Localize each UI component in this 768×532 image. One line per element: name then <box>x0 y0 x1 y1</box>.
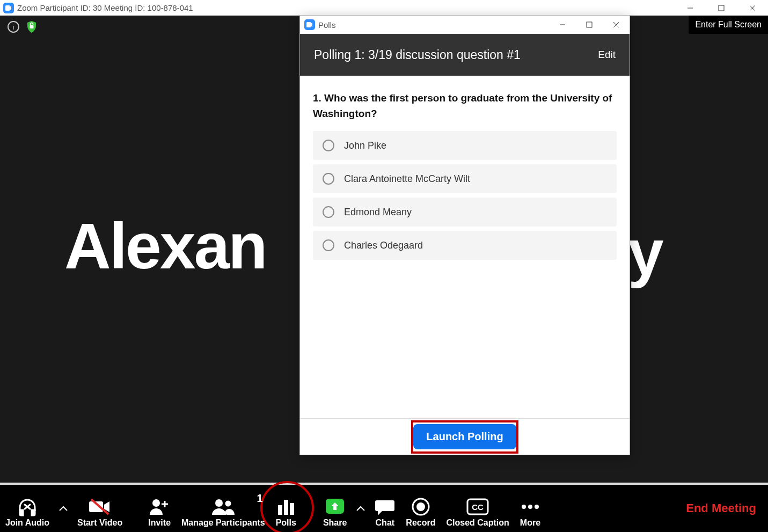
polls-window-title: Polls <box>318 20 336 30</box>
share-options-chevron[interactable] <box>352 485 369 532</box>
record-icon <box>411 495 430 518</box>
invite-label: Invite <box>148 518 171 528</box>
start-video-button[interactable]: Start Video <box>72 485 128 532</box>
polls-maximize-button[interactable] <box>576 16 603 34</box>
svg-point-15 <box>416 502 425 511</box>
polls-window: Polls Polling 1: 3/19 discussion questio… <box>300 16 630 455</box>
headphones-icon <box>17 495 38 518</box>
svg-text:CC: CC <box>472 502 484 512</box>
end-meeting-button[interactable]: End Meeting <box>686 501 768 515</box>
participant-display-name-fragment: y <box>628 215 664 289</box>
svg-point-19 <box>528 505 532 509</box>
poll-option-label: Charles Odegaard <box>344 240 423 251</box>
poll-question: 1. Who was the first person to graduate … <box>313 91 617 121</box>
titlebar-text: Zoom Participant ID: 30 Meeting ID: 100-… <box>17 3 193 12</box>
svg-point-18 <box>522 505 526 509</box>
chat-label: Chat <box>376 518 395 528</box>
polls-edit-button[interactable]: Edit <box>598 49 616 61</box>
polls-body: 1. Who was the first person to graduate … <box>300 76 630 418</box>
svg-rect-1 <box>719 5 724 11</box>
radio-icon <box>323 206 334 218</box>
invite-icon <box>149 495 170 518</box>
participant-count: 1 <box>257 492 263 505</box>
poll-option[interactable]: Edmond Meany <box>313 198 617 227</box>
polls-icon <box>276 495 296 518</box>
participants-icon <box>211 495 236 518</box>
participant-display-name: Alexan <box>64 209 266 283</box>
svg-rect-4 <box>30 25 34 28</box>
polls-header-title: Polling 1: 3/19 discussion question #1 <box>314 48 598 62</box>
video-off-icon <box>88 495 112 518</box>
manage-participants-label: Manage Participants <box>181 518 265 528</box>
radio-icon <box>323 140 334 151</box>
zoom-logo-icon <box>3 3 14 13</box>
share-button[interactable]: Share <box>318 485 352 532</box>
svg-point-9 <box>225 501 231 507</box>
encryption-shield-icon[interactable] <box>27 21 36 33</box>
polls-footer: Launch Polling <box>300 418 630 455</box>
manage-participants-button[interactable]: 1 Manage Participants <box>176 485 270 532</box>
poll-option[interactable]: Charles Odegaard <box>313 231 617 260</box>
polls-close-button[interactable] <box>603 16 630 34</box>
meeting-toolbar: Join Audio Start Video Invite 1 Manage P… <box>0 485 768 532</box>
svg-point-8 <box>215 499 223 507</box>
polls-button[interactable]: Polls <box>270 485 302 532</box>
polls-minimize-button[interactable] <box>549 16 576 34</box>
svg-rect-22 <box>587 22 592 27</box>
more-button[interactable]: More <box>515 485 546 532</box>
svg-point-20 <box>535 505 539 509</box>
poll-option-label: John Pike <box>344 140 386 151</box>
join-audio-button[interactable]: Join Audio <box>0 485 55 532</box>
polls-header: Polling 1: 3/19 discussion question #1 E… <box>300 34 630 76</box>
poll-option[interactable]: John Pike <box>313 131 617 160</box>
poll-option-label: Clara Antoinette McCarty Wilt <box>344 173 470 185</box>
record-label: Record <box>406 518 435 528</box>
polls-label: Polls <box>276 518 296 528</box>
start-video-label: Start Video <box>77 518 122 528</box>
radio-icon <box>323 173 334 185</box>
chat-icon <box>375 495 395 518</box>
more-icon <box>521 495 540 518</box>
closed-caption-button[interactable]: CC Closed Caption <box>441 485 514 532</box>
share-screen-icon <box>325 495 345 518</box>
svg-point-7 <box>152 499 160 507</box>
svg-rect-11 <box>284 500 288 515</box>
app-titlebar: Zoom Participant ID: 30 Meeting ID: 100-… <box>0 0 768 16</box>
window-minimize-button[interactable] <box>675 0 706 16</box>
poll-option[interactable]: Clara Antoinette McCarty Wilt <box>313 164 617 193</box>
closed-caption-label: Closed Caption <box>446 518 509 528</box>
audio-options-chevron[interactable] <box>55 485 72 532</box>
join-audio-label: Join Audio <box>5 518 49 528</box>
invite-button[interactable]: Invite <box>143 485 176 532</box>
chat-button[interactable]: Chat <box>369 485 400 532</box>
launch-polling-button[interactable]: Launch Polling <box>413 424 516 449</box>
closed-caption-icon: CC <box>466 495 489 518</box>
radio-icon <box>323 239 334 251</box>
svg-rect-12 <box>290 503 294 515</box>
window-maximize-button[interactable] <box>706 0 737 16</box>
poll-option-label: Edmond Meany <box>344 207 412 218</box>
enter-fullscreen-button[interactable]: Enter Full Screen <box>689 16 768 34</box>
record-button[interactable]: Record <box>400 485 441 532</box>
polls-titlebar: Polls <box>300 16 630 34</box>
svg-rect-10 <box>278 505 282 515</box>
window-close-button[interactable] <box>737 0 768 16</box>
zoom-logo-icon <box>304 19 315 30</box>
meeting-info-icon[interactable]: i <box>8 21 19 33</box>
more-label: More <box>520 518 540 528</box>
share-label: Share <box>323 518 347 528</box>
